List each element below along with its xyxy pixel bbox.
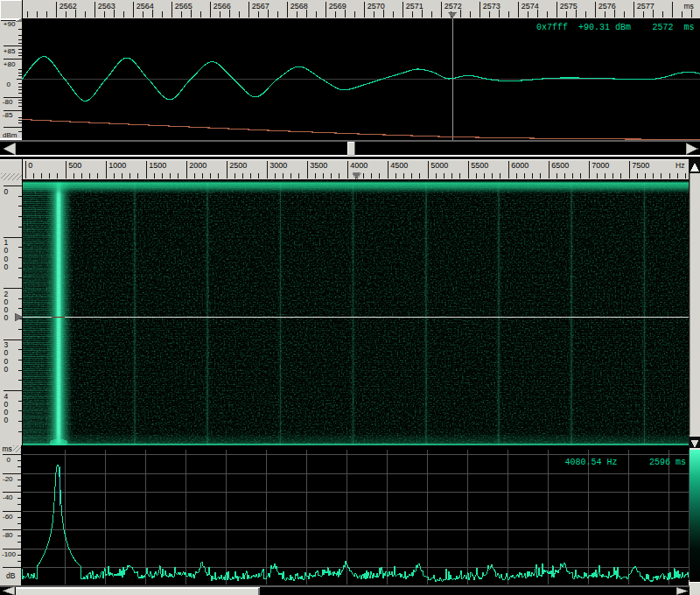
svg-text:4000: 4000 xyxy=(350,161,368,170)
svg-text:5000: 5000 xyxy=(430,161,448,170)
svg-text:2596 ms: 2596 ms xyxy=(649,458,686,467)
svg-text:2572 ms: 2572 ms xyxy=(653,23,695,32)
svg-text:2577: 2577 xyxy=(637,2,654,10)
svg-text:-80: -80 xyxy=(3,531,13,539)
svg-text:3500: 3500 xyxy=(310,161,327,170)
svg-text:5500: 5500 xyxy=(471,161,488,170)
svg-text:+85: +85 xyxy=(4,47,16,55)
svg-text:-20: -20 xyxy=(3,475,13,483)
svg-text:2571: 2571 xyxy=(406,2,424,10)
svg-text:dB: dB xyxy=(6,571,16,580)
svg-text:0x7fff +90.31 dBm: 0x7fff +90.31 dBm xyxy=(536,23,631,32)
svg-text:0: 0 xyxy=(4,416,9,424)
svg-text:0: 0 xyxy=(4,365,9,374)
svg-text:6000: 6000 xyxy=(511,161,528,170)
svg-text:2574: 2574 xyxy=(522,2,539,10)
svg-text:-85: -85 xyxy=(3,111,13,119)
svg-text:2575: 2575 xyxy=(560,2,578,10)
svg-text:2500: 2500 xyxy=(229,161,247,170)
svg-text:2562: 2562 xyxy=(60,2,77,10)
svg-text:6500: 6500 xyxy=(551,161,569,170)
svg-text:2566: 2566 xyxy=(214,2,231,10)
svg-text:500: 500 xyxy=(68,161,81,170)
svg-text:dBm: dBm xyxy=(3,131,18,139)
svg-text:2563: 2563 xyxy=(98,2,116,10)
svg-text:-100: -100 xyxy=(2,550,17,558)
svg-text:2565: 2565 xyxy=(175,2,192,10)
svg-text:4500: 4500 xyxy=(390,161,408,170)
svg-text:0: 0 xyxy=(28,161,32,170)
svg-text:2572: 2572 xyxy=(444,2,462,10)
svg-text:1500: 1500 xyxy=(149,161,166,170)
svg-text:2564: 2564 xyxy=(136,2,154,10)
svg-text:2569: 2569 xyxy=(329,2,346,10)
svg-text:-40: -40 xyxy=(3,494,13,501)
svg-text:7000: 7000 xyxy=(592,161,609,170)
svg-text:2573: 2573 xyxy=(483,2,500,10)
svg-text:0: 0 xyxy=(4,262,9,271)
svg-text:+90: +90 xyxy=(4,20,16,28)
svg-text:0: 0 xyxy=(7,456,11,464)
svg-text:0: 0 xyxy=(4,187,9,196)
svg-text:ms: ms xyxy=(3,444,12,453)
svg-text:Hz: Hz xyxy=(676,161,684,170)
svg-text:-60: -60 xyxy=(3,513,13,521)
svg-text:2568: 2568 xyxy=(290,2,308,10)
svg-text:1000: 1000 xyxy=(108,161,126,170)
svg-text:0: 0 xyxy=(4,313,9,322)
svg-text:3000: 3000 xyxy=(270,161,287,170)
svg-text:+80: +80 xyxy=(4,60,16,68)
svg-text:ms: ms xyxy=(684,2,694,10)
svg-text:2567: 2567 xyxy=(252,2,270,10)
svg-text:2570: 2570 xyxy=(368,2,385,10)
svg-text:2000: 2000 xyxy=(189,161,206,170)
svg-text:4080.54 Hz: 4080.54 Hz xyxy=(565,458,618,467)
svg-text:7500: 7500 xyxy=(632,161,649,170)
svg-text:0: 0 xyxy=(7,80,11,88)
svg-text:2576: 2576 xyxy=(598,2,616,10)
svg-text:-80: -80 xyxy=(3,98,13,106)
